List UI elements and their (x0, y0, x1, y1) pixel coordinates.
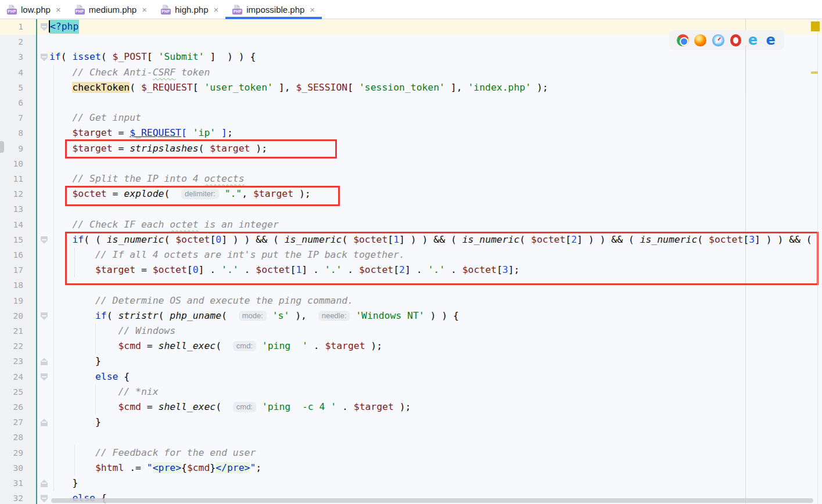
internet-explorer-icon[interactable]: e (746, 34, 759, 46)
fold-marker-up-icon[interactable] (41, 480, 48, 487)
parameter-hint: cmd: (233, 402, 256, 412)
fold-marker-down-icon[interactable] (41, 236, 48, 244)
code-line-29: 29 // Feedback for the end user (0, 445, 822, 460)
code-line-5: 5 checkToken( $_REQUEST[ 'user_token' ],… (0, 80, 822, 95)
file-status-warning-mark[interactable] (811, 21, 820, 31)
parameter-hint: mode: (239, 311, 267, 321)
annotation-box-is-numeric (65, 232, 819, 285)
line-number: 30 (0, 460, 23, 476)
line-number: 1 (0, 19, 23, 34)
line-number: 18 (0, 278, 23, 293)
opera-icon[interactable] (730, 34, 741, 46)
code-text: } (49, 354, 101, 369)
line-number: 28 (0, 430, 23, 445)
code-line-20: 20 if( stristr( php_uname( mode: 's' ), … (0, 308, 822, 323)
edge-icon[interactable]: e (764, 34, 777, 46)
code-line-30: 30 $html .= "<pre>{$cmd}</pre>"; (0, 460, 822, 476)
line-number: 15 (0, 232, 23, 247)
line-number: 7 (0, 110, 23, 125)
error-stripe-border (817, 19, 818, 504)
fold-marker-down-icon[interactable] (41, 373, 48, 381)
text-caret (49, 20, 50, 33)
code-line-21: 21 // Windows (0, 323, 822, 339)
fold-marker-down-icon[interactable] (41, 495, 48, 502)
line-number: 13 (0, 201, 23, 217)
tab-high-php[interactable]: PHPhigh.php× (154, 0, 225, 19)
line-number: 31 (0, 476, 23, 491)
fold-marker-down-icon[interactable] (41, 53, 48, 61)
code-line-19: 19 // Determine OS and execute the ping … (0, 293, 822, 308)
line-number: 32 (0, 491, 23, 504)
code-text: // Get input (49, 110, 141, 125)
line-number: 12 (0, 186, 23, 201)
line-number: 20 (0, 308, 23, 323)
firefox-icon[interactable] (694, 34, 706, 46)
line-number: 21 (0, 323, 23, 339)
line-number: 3 (0, 49, 23, 64)
code-text: // Feedback for the end user (49, 445, 256, 460)
line-number: 22 (0, 339, 23, 354)
code-text: // Determine OS and execute the ping com… (49, 293, 353, 308)
code-text: // Check Anti-CSRF token (49, 65, 210, 80)
line-number: 14 (0, 217, 23, 232)
horizontal-scrollbar[interactable] (51, 498, 813, 503)
tool-window-edge (0, 141, 4, 153)
code-text: // Split the IP into 4 octects (49, 171, 245, 186)
line-number: 19 (0, 293, 23, 308)
line-number: 24 (0, 369, 23, 384)
chrome-icon[interactable] (677, 34, 689, 46)
php-file-icon: PHP (75, 5, 85, 15)
tab-label: impossible.php (246, 5, 304, 15)
fold-marker-up-icon[interactable] (41, 419, 48, 426)
tab-low-php[interactable]: PHPlow.php× (0, 0, 68, 19)
code-line-6: 6 (0, 95, 822, 110)
code-text: // Windows (49, 323, 175, 339)
code-line-22: 22 $cmd = shell_exec( cmd: 'ping ' . $ta… (0, 339, 822, 354)
code-text: // *nix (49, 384, 159, 399)
code-text: $cmd = shell_exec( cmd: 'ping ' . $targe… (49, 339, 382, 354)
code-text: <?php (49, 19, 79, 34)
open-in-browser-popup: ee (669, 30, 784, 50)
line-number: 27 (0, 415, 23, 430)
line-number: 17 (0, 262, 23, 278)
code-line-27: 27 } (0, 415, 822, 430)
line-number: 10 (0, 156, 23, 171)
line-number: 16 (0, 247, 23, 262)
line-number: 29 (0, 445, 23, 460)
line-number: 11 (0, 171, 23, 186)
right-margin-guide (745, 45, 746, 95)
fold-marker-down-icon[interactable] (41, 23, 48, 31)
safari-icon[interactable] (712, 34, 724, 46)
code-line-8: 8 $target = $_REQUEST[ 'ip' ]; (0, 125, 822, 141)
tab-label: low.php (21, 5, 51, 15)
code-line-7: 7 // Get input (0, 110, 822, 125)
php-file-icon: PHP (232, 5, 242, 15)
code-text: $target = $_REQUEST[ 'ip' ]; (49, 125, 233, 141)
tab-close-icon[interactable]: × (142, 5, 147, 14)
code-line-14: 14 // Check IF each octet is an integer (0, 217, 822, 232)
parameter-hint: cmd: (233, 341, 256, 351)
line-number: 8 (0, 125, 23, 141)
parameter-hint: needle: (318, 311, 350, 321)
code-text: } (49, 476, 78, 491)
line-number: 23 (0, 354, 23, 369)
tab-medium-php[interactable]: PHPmedium.php× (68, 0, 154, 19)
fold-marker-down-icon[interactable] (41, 312, 48, 320)
php-file-icon: PHP (7, 5, 17, 15)
code-line-11: 11 // Split the IP into 4 octects (0, 171, 822, 186)
warning-stripe-mark[interactable] (811, 71, 818, 74)
tab-close-icon[interactable]: × (214, 5, 219, 14)
tab-impossible-php[interactable]: PHPimpossible.php× (225, 0, 322, 19)
code-text: $cmd = shell_exec( cmd: 'ping -c 4 ' . $… (49, 399, 411, 415)
php-file-icon: PHP (161, 5, 171, 15)
code-text: if( stristr( php_uname( mode: 's' ), nee… (49, 308, 459, 323)
code-editor[interactable]: 1<?php23if( isset( $_POST[ 'Submit' ] ) … (0, 19, 822, 504)
tab-close-icon[interactable]: × (310, 5, 315, 14)
code-text: $html .= "<pre>{$cmd}</pre>"; (49, 460, 261, 476)
line-number: 26 (0, 399, 23, 415)
line-number: 6 (0, 95, 23, 110)
code-line-31: 31 } (0, 476, 822, 491)
line-number: 4 (0, 65, 23, 80)
tab-close-icon[interactable]: × (56, 5, 61, 14)
fold-marker-up-icon[interactable] (41, 358, 48, 365)
